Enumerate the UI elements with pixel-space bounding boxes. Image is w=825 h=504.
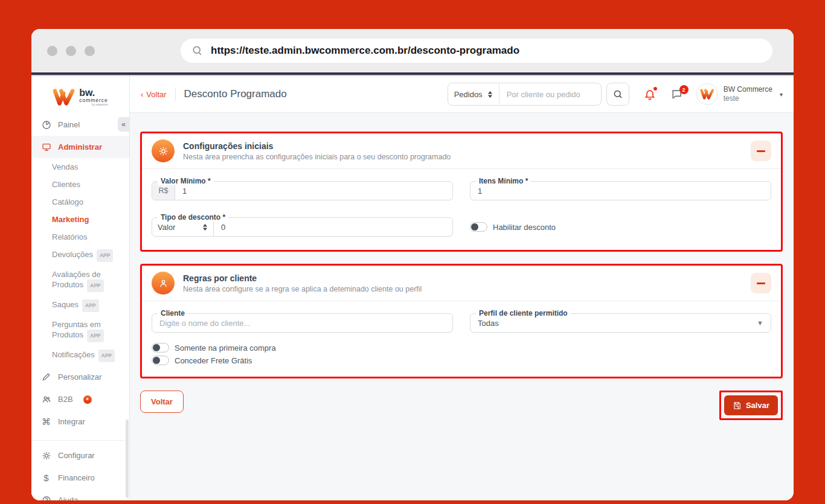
field-label: Cliente (158, 309, 188, 317)
sidebar-item-painel[interactable]: Painel (31, 113, 129, 136)
collapse-section-button[interactable] (751, 141, 771, 161)
primeira-compra-row: Somente na primeira compra (152, 343, 771, 352)
sidebar-scrollbar[interactable] (126, 419, 129, 498)
brand-name: bw. (79, 88, 108, 98)
section-titles: Regras por cliente Nesta área configure … (183, 273, 742, 293)
cliente-field[interactable]: Cliente (152, 313, 453, 333)
sidebar-item-label: Clientes (52, 180, 80, 189)
sidebar-item-integrar[interactable]: ⌘ Integrar (31, 410, 129, 433)
messages-button[interactable]: 2 (670, 88, 683, 100)
primeira-compra-toggle[interactable] (152, 343, 169, 352)
sidebar: bw. commerce by wapstore « Painel (31, 76, 130, 500)
address-bar[interactable] (181, 39, 772, 63)
sidebar-item-devolucoes[interactable]: DevoluçõesAPP (31, 246, 129, 266)
sidebar-item-label: Notificações (52, 350, 95, 359)
toggle-label: Habilitar desconto (493, 223, 556, 232)
search-scope-select[interactable]: Pedidos (448, 83, 499, 105)
frete-gratis-row: Conceder Frete Grátis (152, 356, 771, 365)
field-label: Perfil de cliente permitido (476, 309, 571, 317)
frete-gratis-toggle[interactable] (152, 356, 169, 365)
sidebar-item-label: Financeiro (58, 473, 95, 482)
rules-toggles: Somente na primeira compra Conceder Fret… (152, 343, 771, 365)
sidebar-item-configurar[interactable]: Configurar (31, 444, 129, 467)
sidebar-nav: Painel Administrar Vendas Clientes Catál… (31, 112, 129, 500)
window-controls (47, 46, 95, 56)
sidebar-item-label: Ajuda (58, 496, 78, 500)
back-link[interactable]: ‹ Voltar (141, 90, 167, 99)
browser-chrome (31, 29, 794, 72)
sidebar-item-personalizar[interactable]: Personalizar (31, 366, 129, 388)
itens-minimo-field[interactable]: Itens Mínimo * (470, 181, 771, 200)
sidebar-item-label: Devoluções (52, 250, 93, 259)
sidebar-item-notificacoes[interactable]: NotificaçõesAPP (31, 346, 129, 366)
sidebar-item-ajuda[interactable]: Ajuda (31, 489, 129, 500)
sidebar-item-label: B2B (58, 395, 73, 404)
sidebar-item-vendas[interactable]: Vendas (31, 158, 129, 176)
save-button[interactable]: Salvar (724, 395, 778, 415)
brand-byline: by wapstore (79, 103, 108, 106)
tipo-desconto-valor-input[interactable] (214, 223, 452, 232)
section-header: Configurações iniciais Nesta área preenc… (142, 133, 781, 168)
window-minimize-button[interactable] (66, 46, 76, 56)
url-input[interactable] (211, 45, 762, 57)
minus-icon (757, 150, 765, 152)
notifications-button[interactable] (644, 88, 656, 100)
valor-minimo-field[interactable]: Valor Mínimo * R$ (152, 181, 453, 200)
sidebar-item-saques[interactable]: SaquesAPP (31, 296, 129, 316)
sort-arrows-icon (202, 223, 208, 231)
sidebar-item-b2b[interactable]: B2B ✦ (31, 388, 129, 410)
topbar-divider (175, 88, 176, 101)
account-menu[interactable]: BW Commerce teste ▾ (696, 83, 783, 105)
avatar (696, 83, 718, 105)
dashboard-pie-icon (41, 120, 51, 130)
section-subtitle: Nesta área configure se a regra se aplic… (183, 285, 742, 293)
search-input[interactable] (499, 90, 601, 99)
tipo-desconto-field[interactable]: Tipo de desconto * Valor (152, 217, 453, 237)
sidebar-item-marketing[interactable]: Marketing (31, 211, 129, 228)
global-search: Pedidos (448, 83, 602, 106)
sidebar-item-financeiro[interactable]: $ Financeiro (31, 467, 129, 489)
monitor-icon (41, 142, 51, 152)
section-configuracoes-iniciais: Configurações iniciais Nesta área preenc… (140, 132, 783, 252)
sidebar-item-perguntas[interactable]: Perguntas em ProdutosAPP (31, 316, 129, 346)
gear-icon (41, 450, 51, 461)
save-floppy-icon (733, 401, 741, 410)
sidebar-item-label: Marketing (52, 215, 89, 224)
account-name: BW Commerce (724, 85, 772, 94)
pencil-icon (41, 372, 51, 382)
window-close-button[interactable] (47, 46, 57, 56)
bw-logo-icon (53, 88, 75, 106)
tipo-desconto-select-value: Valor (158, 223, 175, 232)
form-actions: Voltar Salvar (140, 391, 783, 420)
voltar-button[interactable]: Voltar (140, 391, 184, 413)
sidebar-item-clientes[interactable]: Clientes (31, 176, 129, 193)
sidebar-item-relatorios[interactable]: Relatórios (31, 228, 129, 246)
perfil-cliente-field[interactable]: Perfil de cliente permitido ▼ (470, 313, 771, 333)
collapse-section-button[interactable] (751, 273, 771, 293)
sidebar-item-label: Integrar (58, 417, 85, 426)
sidebar-item-label: Catálogo (52, 197, 83, 206)
section-regras-por-cliente: Regras por cliente Nesta área configure … (140, 264, 783, 378)
perfil-cliente-select-value[interactable] (470, 319, 757, 328)
sidebar-item-catalogo[interactable]: Catálogo (31, 193, 129, 211)
toggle-label: Conceder Frete Grátis (175, 356, 252, 365)
search-submit-button[interactable] (606, 83, 629, 106)
brand-logo[interactable]: bw. commerce by wapstore (31, 76, 129, 112)
minus-icon (757, 282, 765, 284)
cliente-input[interactable] (152, 319, 452, 328)
habilitar-desconto-toggle[interactable] (470, 222, 487, 232)
save-button-label: Salvar (746, 401, 769, 410)
itens-minimo-input[interactable] (470, 187, 771, 196)
valor-minimo-input[interactable] (175, 187, 452, 196)
sidebar-item-administrar[interactable]: Administrar (31, 136, 129, 158)
sidebar-item-avaliacoes[interactable]: Avaliações de ProdutosAPP (31, 266, 129, 296)
search-scope-value: Pedidos (454, 90, 483, 99)
avatar-bw-logo-icon (700, 88, 714, 100)
window-maximize-button[interactable] (85, 46, 95, 56)
section-subtitle: Nesta área preencha as configurações ini… (183, 153, 742, 161)
sidebar-item-label: Relatórios (52, 232, 88, 241)
app-badge: APP (97, 249, 113, 262)
sidebar-item-label: Administrar (58, 142, 102, 152)
chevron-down-icon[interactable]: ▼ (757, 319, 763, 327)
habilitar-desconto-row: Habilitar desconto (470, 217, 771, 237)
